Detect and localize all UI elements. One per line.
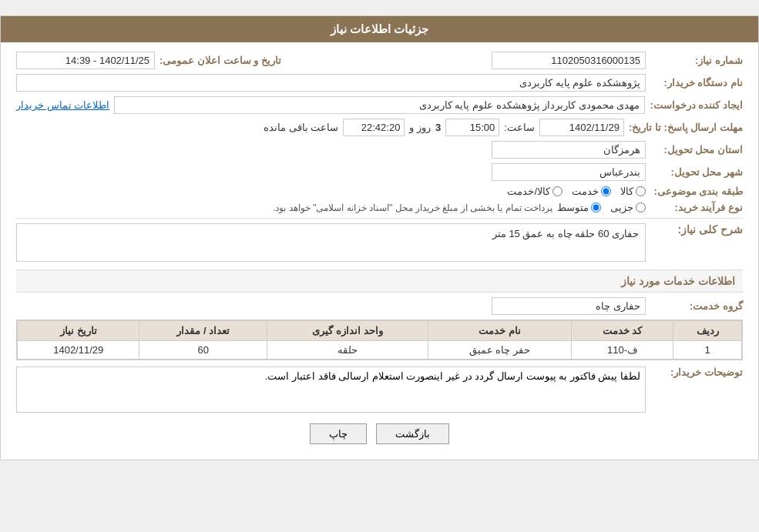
table-row: 1 ف-110 حفر چاه عمیق حلقه 60 1402/11/29: [18, 341, 742, 360]
need-description-value: حفاری 60 حلقه چاه به عمق 15 متر: [16, 223, 646, 262]
col-name: نام خدمت: [428, 321, 572, 341]
radio-kala[interactable]: کالا: [620, 186, 646, 197]
response-time-value: 15:00: [445, 119, 499, 136]
cell-quantity: 60: [139, 341, 267, 360]
requester-value: مهدی محمودی کاربرداز پژوهشکده علوم پایه …: [114, 96, 645, 114]
service-group-label: گروه خدمت:: [650, 300, 743, 312]
radio-kala-khedmat-input[interactable]: [552, 186, 563, 196]
col-code: کد خدمت: [571, 321, 673, 341]
cell-date: 1402/11/29: [18, 341, 139, 360]
col-unit: واحد اندازه گیری: [267, 321, 428, 341]
services-table: ردیف کد خدمت نام خدمت واحد اندازه گیری ت…: [16, 320, 743, 360]
radio-khedmat-input[interactable]: [601, 186, 611, 196]
radio-jozii[interactable]: جزیی: [610, 202, 646, 213]
radio-khedmat[interactable]: خدمت: [572, 186, 611, 197]
buyer-description-label: توضیحات خریدار:: [650, 366, 743, 378]
announcement-date-label: تاریخ و ساعت اعلان عمومی:: [160, 55, 281, 66]
radio-khedmat-label: خدمت: [572, 186, 599, 197]
radio-kala-khedmat[interactable]: کالا/خدمت: [507, 186, 563, 197]
subject-category-radio-group: کالا خدمت کالا/خدمت: [507, 186, 646, 197]
delivery-province-value: هرمزگان: [492, 141, 646, 159]
purchase-note: پرداخت تمام یا بخشی از مبلغ خریدار محل "…: [273, 202, 552, 213]
radio-kala-label: کالا: [620, 186, 633, 197]
buyer-description-textarea[interactable]: [16, 366, 646, 413]
delivery-city-value: بندرعباس: [492, 163, 646, 181]
purchase-type-radio-group: جزیی متوسط: [557, 202, 646, 213]
remaining-suffix: ساعت باقی مانده: [264, 122, 338, 133]
cell-unit: حلقه: [267, 341, 428, 360]
remaining-days-label: روز و: [409, 122, 431, 133]
subject-category-label: طبقه بندی موضوعی:: [650, 186, 743, 197]
button-row: بازگشت چاپ: [16, 423, 743, 444]
cell-code: ف-110: [571, 341, 673, 360]
col-date: تاریخ نیاز: [18, 321, 139, 341]
response-date-value: 1402/11/29: [539, 119, 624, 136]
remaining-time-value: 22:42:20: [343, 119, 405, 136]
buyer-org-value: پژوهشکده علوم پایه کاربردی: [16, 74, 646, 92]
delivery-city-label: شهر محل تحویل:: [650, 166, 743, 178]
radio-motavaset-label: متوسط: [557, 202, 589, 213]
announcement-date-value: 1402/11/25 - 14:39: [16, 52, 155, 69]
page-title: جزئیات اطلاعات نیاز: [1, 16, 758, 42]
remaining-days-value: 3: [435, 122, 441, 133]
need-number-value: 1102050316000135: [492, 52, 646, 69]
services-section-title: اطلاعات خدمات مورد نیاز: [16, 269, 743, 293]
print-button[interactable]: چاپ: [310, 423, 367, 444]
buyer-org-label: نام دستگاه خریدار:: [650, 77, 743, 89]
radio-motavaset[interactable]: متوسط: [557, 202, 601, 213]
radio-jozii-input[interactable]: [636, 202, 646, 212]
radio-jozii-label: جزیی: [610, 202, 633, 213]
requester-label: ایجاد کننده درخواست:: [650, 99, 743, 111]
need-number-label: شماره نیاز:: [650, 55, 743, 66]
col-quantity: تعداد / مقدار: [139, 321, 267, 341]
cell-name: حفر چاه عمیق: [428, 341, 572, 360]
service-group-value: حفاری چاه: [492, 297, 646, 315]
back-button[interactable]: بازگشت: [376, 423, 449, 444]
radio-kala-khedmat-label: کالا/خدمت: [507, 186, 550, 197]
contact-link[interactable]: اطلاعات تماس خریدار: [16, 99, 109, 111]
radio-motavaset-input[interactable]: [591, 202, 601, 212]
response-deadline-label: مهلت ارسال پاسخ: تا تاریخ:: [629, 122, 743, 133]
purchase-type-label: نوع فرآیند خرید:: [650, 202, 743, 213]
need-description-label: شرح کلی نیاز:: [650, 223, 743, 236]
radio-kala-input[interactable]: [636, 186, 646, 196]
delivery-province-label: استان محل تحویل:: [650, 144, 743, 156]
cell-row: 1: [673, 341, 742, 360]
response-time-label: ساعت:: [504, 122, 535, 133]
col-row: ردیف: [673, 321, 742, 341]
